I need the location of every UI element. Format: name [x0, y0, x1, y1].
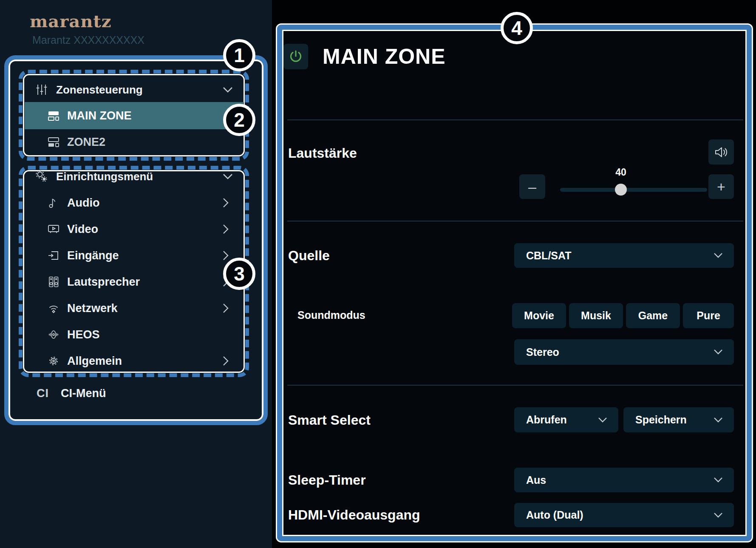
chevron-right-icon — [222, 356, 229, 366]
sidebar-item-general[interactable]: Allgemein — [26, 349, 241, 372]
smart-select-label: Smart Select — [288, 412, 371, 428]
sidebar-item-audio[interactable]: Audio — [26, 191, 241, 214]
sound-mode-value: Stereo — [526, 346, 559, 358]
chevron-down-icon — [223, 173, 233, 180]
callout-3: 3 — [223, 258, 255, 290]
speaker-icon — [714, 146, 728, 159]
hdmi-out-value: Auto (Dual) — [526, 509, 583, 521]
main-zone-panel: MAIN ZONE Lautstärke – 40 + Quelle C — [277, 25, 752, 541]
hdmi-out-dropdown[interactable]: Auto (Dual) — [514, 503, 734, 527]
sound-mode-dropdown[interactable]: Stereo — [514, 339, 734, 365]
audio-label: Audio — [67, 196, 99, 210]
heos-label: HEOS — [67, 328, 100, 341]
callout-4-number: 4 — [511, 17, 522, 40]
volume-label: Lautstärke — [288, 145, 357, 161]
speakers-icon — [47, 275, 60, 289]
source-label: Quelle — [288, 248, 330, 264]
zone-control-label: Zonensteuerung — [56, 83, 143, 97]
sleep-timer-label: Sleep-Timer — [288, 472, 366, 488]
sound-mode-label: Soundmodus — [297, 309, 365, 321]
music-button-label: Musik — [581, 309, 611, 322]
volume-up-button[interactable]: + — [708, 174, 734, 199]
callout-2-number: 2 — [234, 108, 245, 131]
marantz-logo: marantz — [30, 11, 112, 31]
smart-select-store-dropdown[interactable]: Speichern — [623, 407, 734, 432]
zone2-icon — [47, 135, 60, 149]
speakers-label: Lautsprecher — [67, 275, 140, 289]
smart-select-recall-dropdown[interactable]: Abrufen — [514, 407, 618, 432]
music-note-icon — [47, 196, 60, 210]
recall-value: Abrufen — [526, 414, 567, 426]
sound-mode-music-button[interactable]: Musik — [569, 303, 623, 328]
chevron-right-icon — [222, 198, 229, 208]
model-name: Marantz XXXXXXXXXX — [32, 34, 144, 46]
chevron-down-icon — [714, 477, 723, 483]
screen: marantz Marantz XXXXXXXXXX Zonensteuerun… — [0, 0, 756, 548]
volume-down-button[interactable]: – — [519, 174, 545, 199]
sleep-timer-value: Aus — [526, 474, 546, 486]
chevron-down-icon — [714, 349, 723, 355]
ci-menu-label: CI-Menü — [61, 387, 106, 400]
sidebar-item-speakers[interactable]: Lautsprecher — [26, 270, 241, 293]
chevron-down-icon — [714, 253, 723, 258]
sidebar-item-ci-menu[interactable]: CI CI-Menü — [26, 382, 241, 405]
callout-3-number: 3 — [234, 262, 245, 285]
sidebar-item-zone2[interactable]: ZONE2 — [25, 130, 244, 154]
chevron-down-icon — [598, 417, 607, 423]
divider — [287, 119, 743, 120]
setup-menu-header[interactable]: Einrichtungsmenü — [26, 166, 244, 187]
power-button[interactable] — [283, 44, 308, 69]
mute-button[interactable] — [708, 139, 734, 165]
zone2-label: ZONE2 — [67, 136, 105, 149]
sound-mode-movie-button[interactable]: Movie — [512, 303, 566, 328]
sound-mode-game-button[interactable]: Game — [626, 303, 680, 328]
callout-4: 4 — [501, 12, 533, 44]
store-value: Speichern — [635, 414, 687, 426]
movie-button-label: Movie — [524, 309, 554, 322]
power-icon — [288, 48, 304, 65]
heos-icon — [47, 328, 60, 341]
sidebar-item-video[interactable]: Video — [26, 218, 241, 241]
sidebar-item-inputs[interactable]: Eingänge — [26, 244, 241, 267]
gears-icon — [35, 170, 48, 183]
divider — [287, 221, 743, 221]
volume-slider-track[interactable] — [560, 188, 707, 192]
network-label: Netzwerk — [67, 302, 118, 315]
callout-2: 2 — [223, 104, 255, 136]
sound-mode-pure-button[interactable]: Pure — [683, 303, 734, 328]
callout-1: 1 — [223, 39, 255, 71]
main-zone-icon — [47, 109, 60, 122]
sleep-timer-dropdown[interactable]: Aus — [514, 468, 734, 492]
chevron-right-icon — [222, 224, 229, 234]
ci-icon: CI — [37, 387, 49, 400]
chevron-down-icon — [223, 86, 233, 93]
pure-button-label: Pure — [697, 309, 720, 322]
wifi-icon — [47, 301, 60, 315]
inputs-label: Eingänge — [67, 249, 119, 262]
page-title: MAIN ZONE — [323, 44, 446, 69]
zone-sliders-icon — [35, 83, 48, 97]
input-arrow-icon — [47, 249, 60, 262]
sidebar-item-heos[interactable]: HEOS — [26, 323, 241, 346]
chevron-down-icon — [714, 417, 723, 423]
minus-icon: – — [528, 179, 536, 194]
hdmi-out-label: HDMI-Videoausgang — [288, 507, 420, 523]
volume-value: 40 — [604, 167, 638, 178]
video-icon — [47, 222, 60, 236]
source-value: CBL/SAT — [526, 250, 571, 262]
divider — [287, 385, 743, 386]
video-label: Video — [67, 223, 98, 236]
gear-icon — [47, 354, 60, 368]
plus-icon: + — [717, 179, 725, 194]
main-zone-label: MAIN ZONE — [67, 109, 132, 122]
general-label: Allgemein — [67, 355, 122, 368]
game-button-label: Game — [638, 309, 668, 322]
volume-slider-thumb[interactable] — [615, 184, 627, 196]
setup-menu-label: Einrichtungsmenü — [56, 170, 153, 183]
callout-1-number: 1 — [234, 44, 245, 67]
zone-control-header[interactable]: Zonensteuerung — [26, 78, 244, 101]
source-dropdown[interactable]: CBL/SAT — [514, 243, 734, 268]
chevron-down-icon — [714, 512, 723, 518]
sidebar-item-main-zone[interactable]: MAIN ZONE — [25, 102, 244, 129]
sidebar-item-network[interactable]: Netzwerk — [26, 297, 241, 320]
